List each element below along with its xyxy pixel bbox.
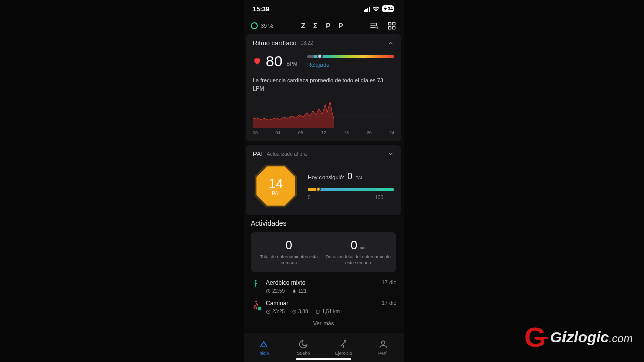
- grid-icon[interactable]: [387, 21, 396, 30]
- activities-title: Actividades: [251, 219, 396, 227]
- svg-marker-0: [383, 6, 387, 11]
- svg-rect-3: [388, 27, 391, 29]
- tab-exercise[interactable]: Ejercicio: [324, 333, 364, 362]
- chevron-down-icon[interactable]: [387, 150, 394, 157]
- chevron-up-icon[interactable]: [387, 40, 394, 47]
- heart-icon: [253, 57, 262, 66]
- sort-icon[interactable]: [369, 21, 378, 30]
- watch-icon: [251, 22, 258, 29]
- pai-progress-bar: [308, 188, 394, 191]
- svg-point-14: [382, 341, 385, 344]
- home-indicator: [296, 358, 351, 360]
- tab-home[interactable]: Inicio: [244, 333, 284, 362]
- aerobic-icon: [251, 279, 261, 289]
- pai-today: Hoy consiguió: 0 PAI: [308, 171, 394, 182]
- card-time: 13:22: [300, 40, 313, 46]
- app-header: 39 % Z Σ P P: [244, 17, 404, 34]
- heart-rate-card[interactable]: Ritmo cardíaco 13:22 80 BPM Relajado La …: [246, 34, 401, 141]
- see-more-link[interactable]: Ver más: [244, 320, 404, 326]
- workouts-count: 0: [255, 238, 324, 252]
- card-title: PAI: [253, 150, 263, 158]
- heart-rate-value: 80: [266, 53, 282, 70]
- walk-icon: [251, 300, 261, 310]
- scroll-area[interactable]: Ritmo cardíaco 13:22 80 BPM Relajado La …: [244, 34, 404, 333]
- heart-zone-bar: [307, 55, 394, 58]
- watermark: G Gizlogic.com: [524, 329, 633, 346]
- svg-rect-4: [393, 27, 395, 29]
- tab-profile[interactable]: Perfil: [364, 333, 404, 362]
- duration-value: 0min: [324, 238, 393, 252]
- device-battery[interactable]: 39 %: [251, 22, 273, 29]
- battery-indicator: 34: [382, 5, 394, 12]
- status-bar: 15:39 34: [244, 0, 404, 17]
- pai-card[interactable]: PAI Actualizado ahora 14PAI Hoy consigui…: [246, 145, 401, 215]
- cellular-icon: [364, 6, 370, 12]
- svg-point-9: [255, 301, 257, 302]
- clock: 15:39: [253, 5, 269, 13]
- card-title: Ritmo cardíaco: [253, 39, 296, 47]
- svg-rect-12: [316, 310, 319, 313]
- tab-sleep[interactable]: Sueño: [284, 333, 324, 362]
- svg-rect-2: [393, 22, 395, 25]
- heart-rate-unit: BPM: [286, 61, 297, 67]
- activities-stats: 0 Total de entrenamientos esta semana 0m…: [251, 232, 396, 272]
- app-logo: Z Σ P P: [301, 22, 346, 30]
- svg-point-7: [255, 280, 256, 282]
- tab-bar: Inicio Sueño Ejercicio Perfil: [244, 333, 404, 362]
- svg-rect-1: [388, 22, 391, 25]
- heart-rate-chart: [253, 97, 394, 128]
- svg-point-13: [344, 341, 346, 342]
- pai-badge: 14PAI: [253, 163, 299, 209]
- card-updated: Actualizado ahora: [267, 151, 307, 157]
- activity-row[interactable]: Caminar 23:25 3,88 1,51 km 17 dic: [244, 297, 404, 317]
- wifi-icon: [372, 6, 380, 12]
- activity-row[interactable]: Aeróbico mixto 22:59 121 17 dic: [244, 276, 404, 297]
- chart-x-axis: 00040812162024: [253, 130, 394, 135]
- heart-avg-text: La frecuencia cardíaca promedio de todo …: [253, 77, 383, 93]
- phone-frame: 15:39 34 39 % Z Σ P P Ritmo cardíaco 13:…: [244, 0, 404, 362]
- pai-range: 0100: [308, 195, 394, 200]
- heart-zone-label: Relajado: [307, 62, 394, 68]
